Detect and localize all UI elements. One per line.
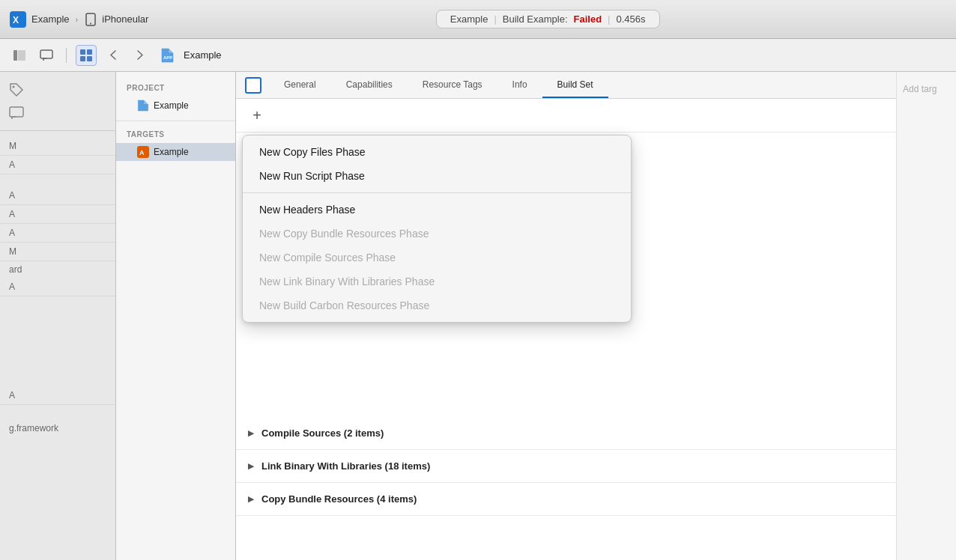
title-bar: X Example › iPhoneular Example | Build E… bbox=[0, 0, 956, 39]
title-bar-center: Example | Build Example: Failed | 0.456s bbox=[148, 10, 947, 28]
phase-triangle-1: ▶ bbox=[248, 429, 254, 437]
menu-item-new-copy-files[interactable]: New Copy Files Phase bbox=[243, 140, 631, 164]
framework-label: g.framework bbox=[0, 420, 115, 436]
dropdown-section-2: New Headers Phase New Copy Bundle Resour… bbox=[243, 192, 631, 322]
svg-rect-8 bbox=[87, 49, 92, 55]
sidebar-letter-A2: A bbox=[0, 186, 115, 205]
svg-rect-16 bbox=[246, 78, 261, 93]
status-separator2: | bbox=[608, 13, 610, 25]
tab-capabilities[interactable]: Capabilities bbox=[331, 72, 408, 98]
targets-section-header: TARGETS bbox=[116, 127, 235, 143]
project-item-label: Example bbox=[154, 100, 189, 111]
navigator-toggle-btn[interactable] bbox=[9, 45, 30, 66]
menu-item-new-headers[interactable]: New Headers Phase bbox=[243, 198, 631, 222]
phases-list: ▶ Compile Sources (2 items) ▶ Link Binar… bbox=[236, 417, 896, 516]
svg-text:X: X bbox=[13, 15, 19, 25]
svg-rect-4 bbox=[13, 50, 17, 61]
phase-label-3: Copy Bundle Resources (4 items) bbox=[261, 493, 417, 505]
menu-item-new-compile-sources: New Compile Sources Phase bbox=[243, 246, 631, 270]
breadcrumb-arrow: › bbox=[76, 15, 79, 24]
tag-icon bbox=[9, 82, 24, 97]
sidebar-letter-A6: A bbox=[0, 386, 115, 405]
main-layout: M A A A A M ard A A g.framework PROJECT … bbox=[0, 72, 956, 560]
tab-resource-tags[interactable]: Resource Tags bbox=[408, 72, 497, 98]
target-app-icon: A bbox=[137, 146, 149, 158]
toolbar: APP Example bbox=[0, 39, 956, 72]
sidebar-letter-M2: M bbox=[0, 243, 115, 261]
build-project-name: Example bbox=[450, 13, 488, 25]
menu-item-new-build-carbon: New Build Carbon Resources Phase bbox=[243, 293, 631, 317]
sidebar-letter-M: M bbox=[0, 137, 115, 156]
phase-triangle-2: ▶ bbox=[248, 462, 254, 470]
nav-forward-btn[interactable] bbox=[130, 45, 151, 66]
right-strip: Add targ bbox=[896, 72, 956, 560]
svg-rect-6 bbox=[40, 50, 52, 58]
nav-item-target-example[interactable]: A Example bbox=[116, 143, 235, 161]
phase-row-link-binary[interactable]: ▶ Link Binary With Libraries (18 items) bbox=[236, 450, 896, 483]
sidebar-letter-A3: A bbox=[0, 205, 115, 224]
target-item-label: Example bbox=[154, 147, 189, 157]
tabs-panel: General Capabilities Resource Tags Info … bbox=[236, 72, 896, 560]
svg-rect-13 bbox=[10, 107, 23, 117]
comment-btn[interactable] bbox=[36, 45, 57, 66]
project-navigator: PROJECT Example TARGETS A Example bbox=[116, 72, 236, 560]
build-status-pill: Example | Build Example: Failed | 0.456s bbox=[436, 10, 660, 28]
phase-row-copy-bundle[interactable]: ▶ Copy Bundle Resources (4 items) bbox=[236, 483, 896, 516]
nav-item-project[interactable]: Example bbox=[116, 97, 235, 115]
plus-area: + bbox=[236, 99, 896, 133]
menu-item-new-run-script[interactable]: New Run Script Phase bbox=[243, 164, 631, 188]
target-icon-square bbox=[242, 72, 269, 98]
add-phase-button[interactable]: + bbox=[248, 106, 266, 124]
tab-general[interactable]: General bbox=[269, 72, 331, 98]
add-phase-dropdown[interactable]: New Copy Files Phase New Run Script Phas… bbox=[242, 135, 632, 323]
phase-row-compile-sources[interactable]: ▶ Compile Sources (2 items) bbox=[236, 417, 896, 450]
menu-item-new-copy-bundle: New Copy Bundle Resources Phase bbox=[243, 222, 631, 246]
nav-back-btn[interactable] bbox=[103, 45, 124, 66]
phase-triangle-3: ▶ bbox=[248, 495, 254, 503]
device-icon bbox=[84, 13, 97, 26]
tab-build-settings[interactable]: Build Set bbox=[542, 72, 608, 98]
build-status: Failed bbox=[574, 13, 602, 25]
sidebar-letter-A5: A bbox=[0, 278, 115, 296]
svg-rect-9 bbox=[80, 56, 85, 61]
menu-item-new-link-binary: New Link Binary With Libraries Phase bbox=[243, 270, 631, 293]
nav-divider1 bbox=[116, 121, 235, 121]
tab-info[interactable]: Info bbox=[497, 72, 542, 98]
svg-rect-7 bbox=[80, 49, 85, 55]
svg-point-3 bbox=[90, 22, 91, 24]
project-section-header: PROJECT bbox=[116, 81, 235, 97]
title-bar-left: X Example › iPhoneular bbox=[9, 10, 148, 28]
build-time: 0.456s bbox=[617, 13, 646, 25]
project-breadcrumb[interactable]: Example bbox=[31, 13, 70, 25]
chat-icon bbox=[9, 106, 24, 120]
grid-view-btn[interactable] bbox=[76, 45, 97, 66]
file-icon-btn: APP bbox=[157, 45, 178, 66]
svg-point-12 bbox=[13, 86, 15, 88]
phase-label-2: Link Binary With Libraries (18 items) bbox=[261, 460, 430, 472]
phase-label-1: Compile Sources (2 items) bbox=[261, 427, 384, 439]
toolbar-divider bbox=[66, 48, 67, 63]
sidebar-letter-A1: A bbox=[0, 156, 115, 174]
device-breadcrumb[interactable]: iPhoneular bbox=[102, 13, 148, 25]
svg-text:APP: APP bbox=[163, 55, 172, 60]
sidebar-letter-A4: A bbox=[0, 224, 115, 243]
xcode-app-icon: X bbox=[9, 10, 27, 28]
status-separator: | bbox=[494, 13, 496, 25]
build-label: Build Example: bbox=[503, 13, 568, 25]
add-target-text: Add targ bbox=[903, 84, 937, 94]
board-label: ard bbox=[0, 261, 115, 278]
svg-text:A: A bbox=[139, 149, 145, 156]
project-file-icon bbox=[137, 100, 149, 112]
dropdown-section-1: New Copy Files Phase New Run Script Phas… bbox=[243, 136, 631, 192]
build-phases-content[interactable]: + New Copy Files Phase New Run Script Ph… bbox=[236, 99, 896, 560]
tabs-header: General Capabilities Resource Tags Info … bbox=[236, 72, 896, 99]
svg-rect-5 bbox=[18, 50, 25, 61]
svg-rect-10 bbox=[87, 56, 92, 61]
toolbar-title: Example bbox=[184, 49, 222, 61]
left-sidebar-narrow: M A A A A M ard A A g.framework bbox=[0, 72, 116, 560]
